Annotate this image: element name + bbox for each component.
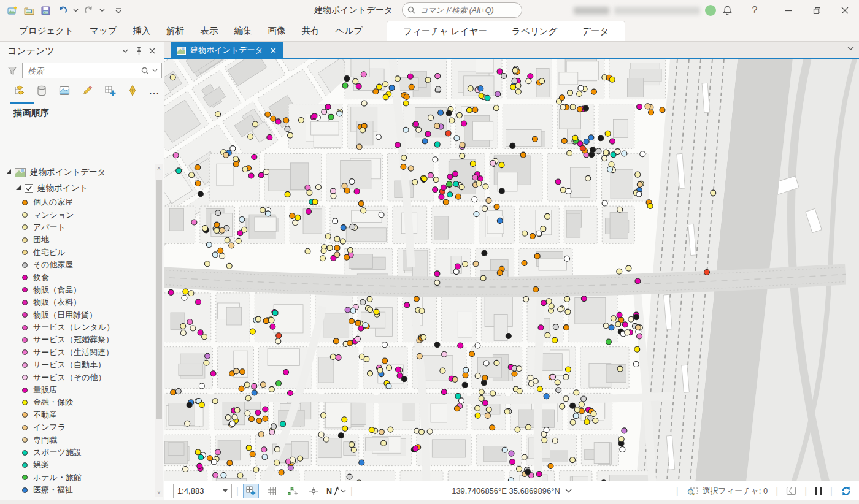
ribbon-tab-5[interactable]: 表示 bbox=[193, 21, 226, 41]
edit-vertices-button[interactable] bbox=[285, 484, 301, 498]
legend-item[interactable]: サービス（自動車） bbox=[0, 359, 154, 371]
legend-item[interactable]: 金融・保険 bbox=[0, 396, 154, 408]
active-view-tab[interactable]: 建物ポイントデータ ✕ bbox=[171, 42, 283, 59]
filter-icon[interactable] bbox=[7, 66, 17, 75]
pause-drawing-button[interactable] bbox=[815, 487, 822, 495]
scroll-up-icon[interactable]: ˄ bbox=[155, 164, 163, 173]
ribbon-tab-2[interactable]: マップ bbox=[82, 21, 125, 41]
spatial-view-icon[interactable] bbox=[786, 486, 796, 495]
open-project-icon[interactable] bbox=[23, 4, 36, 17]
help-button[interactable]: ? bbox=[742, 0, 767, 21]
undo-dropdown-icon[interactable] bbox=[73, 9, 79, 12]
legend-symbol bbox=[22, 275, 28, 280]
legend-symbol bbox=[22, 388, 28, 393]
contextual-ribbon-tab-1[interactable]: フィーチャ レイヤー bbox=[391, 21, 499, 41]
scroll-down-icon[interactable]: ˅ bbox=[155, 488, 163, 497]
separator: | bbox=[804, 486, 807, 496]
view-tab-close-icon[interactable]: ✕ bbox=[270, 46, 277, 55]
list-by-data-source-button[interactable] bbox=[35, 83, 48, 98]
command-search-box[interactable] bbox=[402, 2, 522, 18]
customize-quick-access-icon[interactable] bbox=[114, 6, 123, 15]
legend-item[interactable]: 公共 bbox=[0, 496, 154, 498]
legend-item[interactable]: サービス（レンタル） bbox=[0, 321, 154, 334]
layer-node[interactable]: 建物ポイント bbox=[0, 180, 154, 196]
coordinate-readout[interactable]: 139.7406856°E 35.6869896°N bbox=[452, 486, 572, 495]
map-status-bar: 1:4,883 | N bbox=[164, 481, 859, 500]
notifications-button[interactable] bbox=[715, 0, 739, 21]
legend-label: 飲食 bbox=[33, 272, 49, 283]
legend-item[interactable]: 物販（日用雑貨） bbox=[0, 309, 154, 321]
legend-item[interactable]: スポーツ施設 bbox=[0, 446, 154, 459]
scrollbar-thumb[interactable] bbox=[156, 180, 162, 419]
grid-button[interactable] bbox=[264, 484, 280, 498]
more-options-button[interactable]: … bbox=[148, 83, 160, 98]
legend-item[interactable]: 物販（食品） bbox=[0, 284, 154, 296]
account-info[interactable] bbox=[574, 5, 716, 16]
list-by-selection-button[interactable] bbox=[58, 83, 71, 98]
legend-label: 物販（食品） bbox=[33, 284, 81, 296]
legend-item[interactable]: その他家屋 bbox=[0, 259, 154, 271]
pane-menu-button[interactable] bbox=[118, 44, 132, 58]
list-by-editing-button[interactable] bbox=[80, 83, 94, 98]
layer-visibility-checkbox[interactable] bbox=[25, 184, 33, 193]
list-by-snapping-button[interactable] bbox=[103, 83, 117, 98]
legend-item[interactable]: マンション bbox=[0, 208, 154, 221]
list-by-labeling-button[interactable] bbox=[126, 83, 139, 98]
command-search-input[interactable] bbox=[419, 6, 517, 15]
legend-item[interactable]: アパート bbox=[0, 221, 154, 234]
redo-dropdown-icon[interactable] bbox=[99, 9, 105, 12]
legend-item[interactable]: 医療・福祉 bbox=[0, 484, 154, 496]
legend-item[interactable]: 量販店 bbox=[0, 384, 154, 396]
ribbon-tab-9[interactable]: ヘルプ bbox=[328, 21, 371, 41]
contents-search-input[interactable] bbox=[26, 66, 138, 76]
legend-item[interactable]: 団地 bbox=[0, 234, 154, 246]
legend-item[interactable]: 不動産 bbox=[0, 409, 154, 421]
legend-item[interactable]: 物販（衣料） bbox=[0, 296, 154, 308]
legend-symbol bbox=[22, 224, 28, 230]
ribbon-tab-3[interactable]: 挿入 bbox=[125, 21, 159, 41]
contextual-ribbon-tab-3[interactable]: データ bbox=[569, 21, 621, 41]
close-button[interactable] bbox=[831, 0, 859, 21]
snapping-crosshair-button[interactable] bbox=[306, 484, 322, 498]
contents-toolbar: … bbox=[0, 81, 164, 104]
legend-item[interactable]: サービス（生活関連） bbox=[0, 346, 154, 359]
contents-scrollbar[interactable]: ˄ ˅ bbox=[155, 164, 163, 497]
legend-item[interactable]: ホテル・旅館 bbox=[0, 472, 154, 484]
legend-item[interactable]: 個人の家屋 bbox=[0, 196, 154, 208]
snap-to-grid-button[interactable] bbox=[243, 484, 259, 498]
legend-item[interactable]: インフラ bbox=[0, 421, 154, 433]
pane-close-button[interactable] bbox=[145, 44, 159, 58]
contextual-ribbon-tab-2[interactable]: ラベリング bbox=[499, 21, 569, 41]
undo-button[interactable] bbox=[56, 4, 69, 17]
legend-label: 物販（日用雑貨） bbox=[33, 310, 97, 321]
legend-item[interactable]: 飲食 bbox=[0, 271, 154, 283]
ribbon-tab-1[interactable]: プロジェクト bbox=[11, 21, 82, 41]
legend-item[interactable]: 専門職 bbox=[0, 433, 154, 446]
view-tab-overflow-icon[interactable] bbox=[847, 46, 854, 51]
ribbon-tab-6[interactable]: 編集 bbox=[226, 21, 260, 41]
map-node[interactable]: 建物ポイントデータ bbox=[0, 164, 154, 180]
save-project-icon[interactable] bbox=[39, 4, 52, 17]
collapse-expander-icon[interactable] bbox=[16, 185, 21, 190]
new-project-icon[interactable] bbox=[6, 4, 19, 17]
restore-button[interactable] bbox=[803, 0, 831, 21]
map-canvas[interactable] bbox=[164, 59, 859, 500]
ribbon-tab-8[interactable]: 共有 bbox=[294, 21, 328, 41]
ribbon-tab-4[interactable]: 解析 bbox=[159, 21, 193, 41]
list-by-drawing-order-button[interactable] bbox=[12, 83, 26, 98]
ribbon-tab-7[interactable]: 画像 bbox=[260, 21, 294, 41]
collapse-expander-icon[interactable] bbox=[6, 169, 11, 174]
redo-button[interactable] bbox=[82, 4, 96, 17]
contents-search-box[interactable] bbox=[22, 63, 162, 78]
legend-item[interactable]: 娯楽 bbox=[0, 459, 154, 471]
legend-item[interactable]: 住宅ビル bbox=[0, 246, 154, 259]
refresh-icon[interactable] bbox=[841, 486, 852, 497]
minimize-button[interactable] bbox=[774, 0, 803, 21]
select-features-icon[interactable] bbox=[687, 486, 699, 496]
pane-pin-button[interactable] bbox=[132, 44, 145, 58]
legend-item[interactable]: サービス（冠婚葬祭） bbox=[0, 334, 154, 346]
north-arrow-button[interactable]: N bbox=[326, 484, 346, 498]
legend-item[interactable]: サービス（その他） bbox=[0, 371, 154, 383]
map-scale-combo[interactable]: 1:4,883 bbox=[173, 484, 232, 498]
search-options-chevron-icon[interactable] bbox=[152, 69, 158, 72]
